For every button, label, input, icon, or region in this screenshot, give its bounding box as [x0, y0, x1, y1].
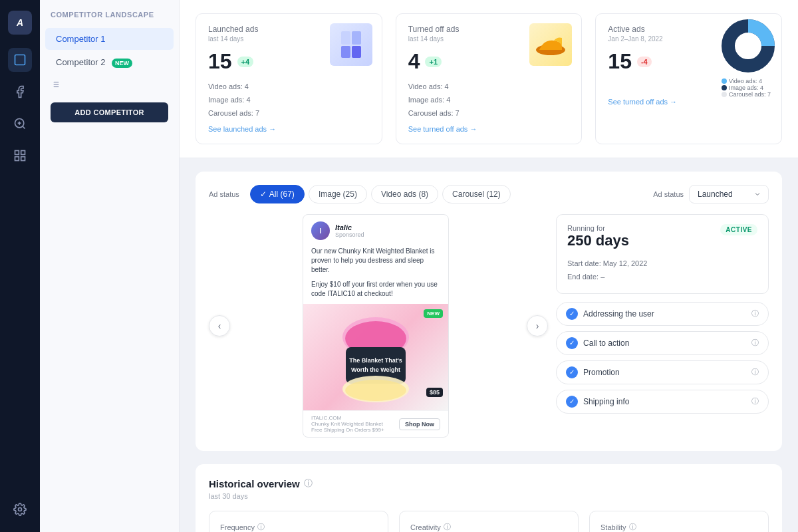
active-status-badge: ACTIVE: [720, 224, 757, 235]
frequency-label: Frequency ⓘ: [220, 522, 377, 532]
svg-point-20: [738, 36, 758, 56]
ad-carousel-area: ‹ I Italic Sponsored Our new Chunky Knit…: [209, 214, 543, 438]
active-ads-badge: -4: [637, 57, 652, 67]
carousel-prev-button[interactable]: ‹: [209, 315, 230, 336]
stats-row: Launched ads last 14 days 15 +4 Video ad…: [180, 0, 798, 158]
svg-rect-14: [352, 31, 361, 45]
launched-ads-card: Launched ads last 14 days 15 +4 Video ad…: [196, 13, 382, 144]
filter-row: Ad status ✓ All (67) Image (25) Video ad…: [209, 185, 769, 203]
check-icon-cta: ✓: [566, 337, 578, 349]
feature-cta[interactable]: ✓ Call to action ⓘ: [556, 331, 769, 355]
filter-tab-video[interactable]: Video ads (8): [371, 185, 438, 203]
ad-preview-card: I Italic Sponsored Our new Chunky Knit W…: [303, 214, 449, 438]
sidebar-item-competitor2[interactable]: Competitor 2 NEW: [45, 51, 174, 73]
filter-tab-image[interactable]: Image (25): [309, 185, 367, 203]
facebook-icon[interactable]: [8, 80, 32, 104]
stability-info-icon: ⓘ: [629, 522, 636, 532]
launched-ads-link[interactable]: See launched ads →: [208, 125, 370, 133]
launched-dropdown[interactable]: Launched Active Turned off: [689, 185, 769, 203]
feature-shipping[interactable]: ✓ Shipping info ⓘ: [556, 390, 769, 414]
creativity-label: Creativity ⓘ: [410, 522, 567, 532]
ad-product-image: The Blanket That's Worth the Weight NEW …: [303, 304, 448, 410]
running-days: 250 days: [567, 232, 629, 249]
historical-header: Historical overview ⓘ: [209, 477, 769, 489]
running-for-label: Running for: [567, 224, 629, 232]
carousel-next-button[interactable]: ›: [527, 315, 548, 336]
feature-promotion[interactable]: ✓ Promotion ⓘ: [556, 360, 769, 384]
apps-icon[interactable]: [8, 144, 32, 168]
dropdown-group: Ad status Launched Active Turned off: [653, 185, 769, 203]
creativity-card: Creativity ⓘ 15 unique ads: [399, 511, 579, 532]
historical-section: Historical overview ⓘ last 30 days Frequ…: [196, 464, 782, 532]
feature-addressing[interactable]: ✓ Addressing the user ⓘ: [556, 302, 769, 326]
ad-brand-name: Italic: [335, 223, 440, 231]
ad-section: Ad status ✓ All (67) Image (25) Video ad…: [196, 172, 782, 451]
launched-ad-image: [330, 23, 372, 66]
svg-rect-2: [15, 151, 19, 155]
icon-sidebar: A: [0, 0, 40, 532]
launched-ads-details: Video ads: 4 Image ads: 4 Carousel ads: …: [208, 80, 370, 120]
svg-rect-0: [15, 55, 25, 65]
historical-info-icon: ⓘ: [304, 477, 313, 489]
ad-status-label-2: Ad status: [653, 190, 684, 198]
shop-now-button[interactable]: Shop Now: [399, 418, 440, 430]
filter-tab-all[interactable]: ✓ All (67): [250, 185, 305, 203]
turned-off-badge: +1: [425, 57, 442, 67]
ad-info-panel: Running for 250 days ACTIVE Start date: …: [556, 214, 769, 419]
add-competitor-button[interactable]: ADD COMPETITOR: [51, 102, 168, 122]
info-icon-addressing: ⓘ: [751, 309, 759, 319]
ad-status-label-1: Ad status: [209, 190, 239, 198]
historical-title: Historical overview: [209, 478, 300, 489]
ad-sponsored: Sponsored: [335, 231, 440, 238]
secondary-sidebar: Competitor landscape Competitor 1 Compet…: [40, 0, 180, 532]
svg-text:Worth the Weight: Worth the Weight: [351, 366, 400, 373]
ad-text-1: Our new Chunky Knit Weighted Blanket is …: [303, 247, 448, 280]
new-badge: NEW: [112, 59, 132, 68]
filter-tab-carousel[interactable]: Carousel (12): [442, 185, 511, 203]
svg-text:The Blanket That's: The Blanket That's: [349, 357, 402, 364]
ad-price-badge: $85: [426, 388, 443, 397]
svg-rect-15: [341, 46, 350, 58]
section-title: Competitor landscape: [40, 11, 179, 27]
settings-icon[interactable]: [8, 497, 32, 521]
check-icon-shipping: ✓: [566, 396, 578, 408]
turned-off-details: Video ads: 4 Image ads: 4 Carousel ads: …: [408, 80, 570, 120]
ad-footer: ITALIC.COM Chunky Knit Weighted Blanket …: [303, 410, 448, 437]
ad-image-container: The Blanket That's Worth the Weight NEW …: [303, 304, 448, 410]
svg-rect-3: [21, 151, 25, 155]
stability-label: Stability ⓘ: [600, 522, 757, 532]
analytics-icon[interactable]: [8, 48, 32, 72]
running-header: Running for 250 days ACTIVE: [567, 224, 757, 255]
stability-card: Stability ⓘ 12 days avg running time: [589, 511, 769, 532]
filter-tabs: ✓ All (67) Image (25) Video ads (8) Caro…: [250, 185, 511, 203]
logo: A: [8, 11, 32, 35]
frequency-info-icon: ⓘ: [257, 522, 265, 532]
ad-text-2: Enjoy $10 off your first order when you …: [303, 280, 448, 304]
google-icon[interactable]: [8, 112, 32, 136]
ad-header: I Italic Sponsored: [303, 215, 448, 247]
filter-icon[interactable]: [40, 74, 179, 94]
svg-point-6: [19, 508, 22, 511]
svg-rect-4: [15, 157, 19, 161]
frequency-card: Frequency ⓘ 10 ads/month: [209, 511, 388, 532]
ad-footer-info: ITALIC.COM Chunky Knit Weighted Blanket …: [311, 415, 384, 433]
svg-rect-5: [21, 157, 25, 161]
ad-content: ‹ I Italic Sponsored Our new Chunky Knit…: [209, 214, 769, 438]
info-icon-shipping: ⓘ: [751, 396, 759, 406]
active-ads-chart: Video ads: 4 Image ads: 4 Carousel ads: …: [722, 19, 775, 98]
ad-new-badge: NEW: [424, 309, 443, 318]
svg-point-27: [345, 380, 406, 401]
metrics-row: Frequency ⓘ 10 ads/month Creativity ⓘ 15…: [209, 511, 769, 532]
turned-off-ads-card: Turned off ads last 14 days 4 +1 Video a…: [396, 13, 583, 144]
turned-off-link[interactable]: See turned off ads →: [408, 125, 570, 133]
active-ads-link[interactable]: See turned off ads →: [608, 98, 769, 106]
launched-ads-badge: +4: [237, 57, 254, 67]
check-icon-addressing: ✓: [566, 308, 578, 320]
svg-rect-16: [352, 46, 361, 58]
turned-off-image: [529, 23, 572, 66]
running-dates: Start date: May 12, 2022 End date: –: [567, 257, 757, 284]
svg-rect-13: [341, 31, 350, 45]
sidebar-item-competitor1[interactable]: Competitor 1: [45, 28, 174, 50]
info-icon-promotion: ⓘ: [751, 367, 759, 377]
historical-subtitle: last 30 days: [209, 492, 769, 500]
